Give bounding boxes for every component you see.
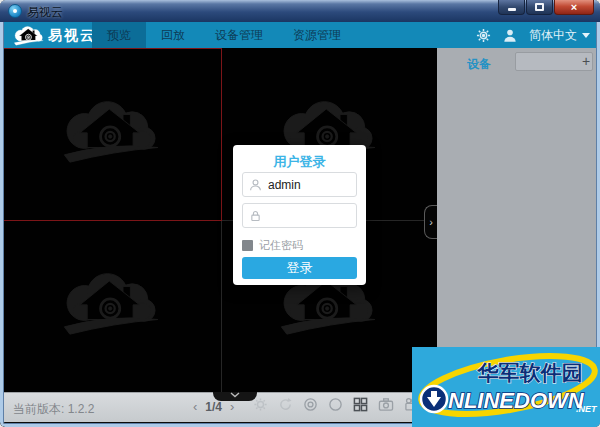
minimize-icon — [508, 8, 516, 11]
user-icon — [249, 178, 262, 196]
snapshot-camera-icon[interactable] — [378, 397, 394, 412]
login-dialog-title: 用户登录 — [233, 153, 366, 171]
window-title: 易视云 — [27, 4, 63, 21]
brand-name: 易视云 — [48, 27, 96, 45]
brand-cloud-camera-icon: .bgfill{fill:#1389b8} — [12, 24, 46, 47]
user-account-icon[interactable] — [503, 28, 517, 43]
lock-icon — [249, 209, 262, 227]
tour-settings-gear-icon[interactable] — [253, 397, 268, 412]
close-icon: × — [571, 1, 577, 14]
checkbox-icon[interactable] — [242, 240, 253, 251]
ad-swoosh-ellipse — [417, 347, 599, 425]
settings-gear-icon[interactable] — [476, 28, 491, 43]
video-grid: .bgfill{fill:#010101} › — [3, 48, 437, 392]
language-label: 简体中文 — [529, 27, 577, 44]
username-field-wrap — [242, 172, 357, 197]
nav-bar: .bgfill{fill:#1389b8} 易视云 预览 回放 设备管理 资源管… — [0, 22, 600, 48]
chevron-right-icon: › — [429, 216, 433, 228]
maximize-button[interactable] — [526, 0, 553, 15]
next-page-button[interactable]: › — [230, 399, 234, 414]
chevron-down-icon — [582, 33, 590, 38]
app-window: 易视云 × .bgfill{fill:#1389b8} 易视云 预览 回放 设备… — [0, 0, 600, 427]
username-input[interactable] — [268, 174, 354, 195]
login-button[interactable]: 登录 — [242, 257, 357, 279]
panel-collapse-handle[interactable]: › — [424, 205, 437, 239]
tab-device-management[interactable]: 设备管理 — [200, 22, 278, 48]
password-input[interactable] — [268, 205, 354, 226]
tab-resource-management[interactable]: 资源管理 — [278, 22, 356, 48]
maximize-icon — [535, 3, 544, 11]
login-dialog: 用户登录 记住密码 登录 — [233, 145, 366, 285]
close-button[interactable]: × — [554, 0, 594, 15]
grid-layout-icon[interactable] — [353, 397, 368, 412]
ad-watermark: 华军软件园 NLINEDOWN .NET — [412, 347, 600, 427]
record-icon[interactable] — [303, 397, 318, 412]
app-icon — [8, 4, 22, 18]
stop-all-icon[interactable] — [328, 397, 343, 412]
page-indicator: 1/4 — [205, 400, 222, 414]
add-device-button[interactable]: + — [579, 53, 593, 70]
ad-site-name-en: NLINEDOWN — [448, 388, 585, 413]
version-label: 当前版本: 1.2.2 — [13, 401, 94, 418]
chevron-down-icon — [230, 392, 240, 398]
prev-page-button[interactable]: ‹ — [193, 399, 197, 414]
refresh-icon[interactable] — [278, 397, 293, 412]
password-field-wrap — [242, 203, 357, 228]
page-navigator: ‹ 1/4 › — [193, 399, 234, 414]
remember-password-label: 记住密码 — [259, 238, 303, 253]
tab-preview[interactable]: 预览 — [92, 22, 146, 48]
video-tile-watermark-logo[interactable]: .bgfill{fill:#010101} — [57, 94, 167, 168]
nav-tabs: 预览 回放 设备管理 资源管理 — [92, 22, 356, 48]
title-bar[interactable]: 易视云 × — [0, 0, 600, 22]
ad-site-name-cn: 华军软件园 — [477, 361, 583, 384]
device-panel-title: 设备 — [467, 56, 491, 73]
tab-playback[interactable]: 回放 — [146, 22, 200, 48]
language-selector[interactable]: 简体中文 — [529, 27, 590, 44]
video-tile-watermark-logo[interactable] — [57, 266, 167, 340]
ad-site-tld: .NET — [576, 404, 598, 414]
minimize-button[interactable] — [498, 0, 525, 15]
remember-password-option[interactable]: 记住密码 — [242, 238, 303, 253]
